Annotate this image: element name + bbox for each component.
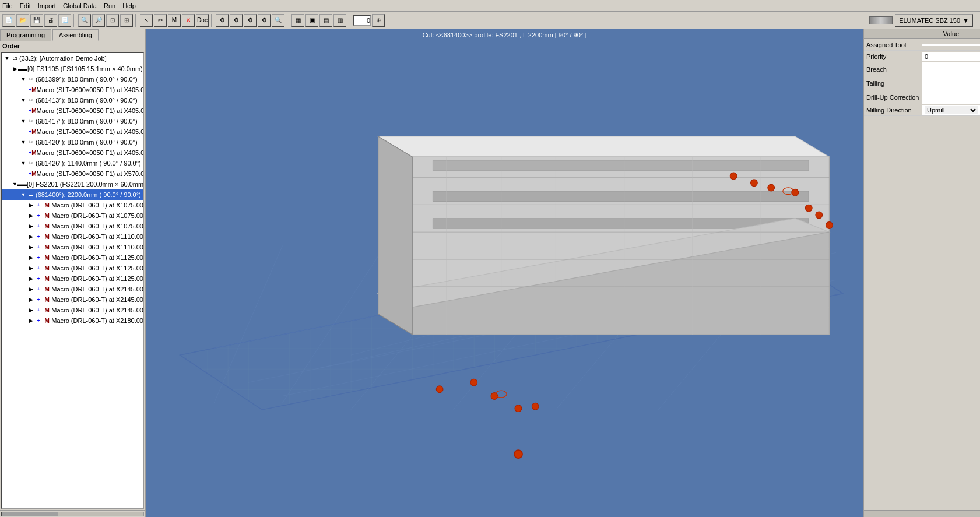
prop-val-assigned-tool: [922, 44, 980, 46]
3d-view[interactable]: Cut: <<681400>> profile: FS2201 , L 2200…: [146, 29, 863, 517]
print-button[interactable]: 🖨: [44, 14, 57, 27]
tree-item-fs2201[interactable]: ▼ ▬▬ [0] FS2201 (FS2201 200.0mm × 60.0mm…: [2, 179, 143, 189]
toggle-681400[interactable]: ▼: [20, 192, 26, 198]
hscroll-thumb[interactable]: [2, 512, 58, 516]
toggle-drl9[interactable]: ▶: [29, 286, 34, 292]
tree-item-drl10[interactable]: ▶ + M Macro (DRL-060-T) at X2145.00: [2, 294, 143, 305]
view1-button[interactable]: ▦: [291, 14, 304, 27]
new-button[interactable]: 📄: [2, 14, 15, 27]
tree-item-681420[interactable]: ▼ ✂ (681420°): 810.0mm ( 90.0° / 90.0°): [2, 137, 143, 147]
tool2-button[interactable]: ⚙: [230, 14, 243, 27]
toggle-drl8[interactable]: ▶: [29, 276, 34, 282]
tree-label-drl9: Macro (DRL-060-T) at X2145.00: [51, 286, 143, 293]
doc-button[interactable]: Doc: [196, 14, 209, 27]
tree-item-drl2[interactable]: ▶ + M Macro (DRL-060-T) at X1075.00: [2, 210, 143, 221]
toggle-681399[interactable]: ▼: [20, 76, 26, 82]
tree-item-681400[interactable]: ▼ ▬ (681400°): 2200.0mm ( 90.0° / 90.0°): [2, 189, 143, 200]
tree-item-drl12[interactable]: ▶ + M Macro (DRL-060-T) at X2180.00: [2, 315, 143, 326]
menu-edit[interactable]: Edit: [20, 2, 31, 9]
tree-item-drl4[interactable]: ▶ + M Macro (DRL-060-T) at X1110.00: [2, 231, 143, 242]
toggle-root[interactable]: ▼: [4, 55, 10, 61]
tree-item-drl3[interactable]: ▶ + M Macro (DRL-060-T) at X1075.00: [2, 221, 143, 231]
open-button[interactable]: 📂: [16, 14, 29, 27]
view2-button[interactable]: ▣: [305, 14, 318, 27]
tab-programming[interactable]: Programming: [0, 29, 51, 41]
menu-globaldata[interactable]: Global Data: [63, 2, 97, 9]
toggle-drl11[interactable]: ▶: [29, 307, 34, 313]
tree-item-681417[interactable]: ▼ ✂ (681417°): 810.0mm ( 90.0° / 90.0°): [2, 116, 143, 126]
toggle-drl1[interactable]: ▶: [29, 202, 34, 208]
menu-run[interactable]: Run: [104, 2, 115, 9]
print2-button[interactable]: 📃: [58, 14, 71, 27]
menu-file[interactable]: File: [2, 2, 13, 9]
tool1-button[interactable]: ⚙: [216, 14, 229, 27]
toggle-drl2[interactable]: ▶: [29, 213, 34, 219]
toggle-fs2201[interactable]: ▼: [12, 181, 17, 187]
tree-item-fs1105[interactable]: ▶ ▬▬ [0] FS1105 (FS1105 15.1mm × 40.0mm): [2, 64, 143, 74]
tree-item-drl11[interactable]: ▶ + M Macro (DRL-060-T) at X2145.00: [2, 305, 143, 315]
tree-item-681426[interactable]: ▼ ✂ (681426°): 1140.0mm ( 90.0° / 90.0°): [2, 158, 143, 168]
plus-icon-drl3: +: [34, 221, 43, 231]
tool4-button[interactable]: ⚙: [258, 14, 271, 27]
view4-button[interactable]: ▥: [333, 14, 346, 27]
cursor-button[interactable]: ↖: [140, 14, 153, 27]
menu-help[interactable]: Help: [122, 2, 136, 9]
tree-item-m681413[interactable]: + M Macro (SLT-0600×0050 F1) at X405.00: [2, 105, 143, 116]
toggle-drl3[interactable]: ▶: [29, 223, 34, 229]
prop-val-breach: [922, 62, 980, 76]
tree-item-drl6[interactable]: ▶ + M Macro (DRL-060-T) at X1125.00: [2, 252, 143, 263]
add-macro-button[interactable]: M: [168, 14, 181, 27]
tailing-checkbox[interactable]: [926, 79, 933, 86]
right-panel-scrollbar[interactable]: [864, 510, 980, 517]
delete-button[interactable]: ✕: [182, 14, 195, 27]
tree-label-m681399: Macro (SLT-0600×0050 F1) at X405.00: [37, 86, 144, 93]
tree-item-drl5[interactable]: ▶ + M Macro (DRL-060-T) at X1110.00: [2, 242, 143, 252]
toggle-fs1105[interactable]: ▶: [12, 66, 18, 72]
counter-input[interactable]: [353, 15, 371, 26]
zoom-mag-button[interactable]: ⊕: [372, 14, 385, 27]
zoom-window-button[interactable]: ⊞: [120, 14, 133, 27]
save-button[interactable]: 💾: [30, 14, 43, 27]
zoom-out-button[interactable]: 🔎: [92, 14, 105, 27]
tree-area[interactable]: ▼ 🗂 (33.2): [Automation Demo Job] ▶ ▬▬ […: [1, 52, 144, 509]
tree-item-drl1[interactable]: ▶ + M Macro (DRL-060-T) at X1075.00: [2, 200, 143, 210]
menu-import[interactable]: Import: [38, 2, 56, 9]
tree-item-root[interactable]: ▼ 🗂 (33.2): [Automation Demo Job]: [2, 53, 143, 64]
toggle-681426[interactable]: ▼: [20, 160, 26, 166]
toggle-681417[interactable]: ▼: [20, 118, 26, 124]
tree-item-drl7[interactable]: ▶ + M Macro (DRL-060-T) at X1125.00: [2, 263, 143, 273]
tree-item-681413[interactable]: ▼ ✂ (681413°): 810.0mm ( 90.0° / 90.0°): [2, 95, 143, 105]
machine-selector[interactable]: ELUMATEC SBZ 150 ▼: [895, 14, 973, 27]
toggle-drl6[interactable]: ▶: [29, 255, 34, 261]
milling-direction-select[interactable]: Upmill Downmill: [925, 106, 978, 114]
machine-dropdown-icon[interactable]: ▼: [963, 17, 969, 24]
tab-assembling[interactable]: Assembling: [52, 29, 99, 41]
zoom-fit-button[interactable]: ⊡: [106, 14, 119, 27]
drillup-checkbox[interactable]: [926, 93, 933, 100]
view3-button[interactable]: ▤: [319, 14, 332, 27]
tree-scrollbar[interactable]: [0, 510, 145, 517]
add-cut-button[interactable]: ✂: [154, 14, 167, 27]
toggle-drl5[interactable]: ▶: [29, 244, 34, 250]
tree-item-drl9[interactable]: ▶ + M Macro (DRL-060-T) at X2145.00: [2, 284, 143, 294]
hscroll-track[interactable]: [1, 512, 144, 516]
tool3-button[interactable]: ⚙: [244, 14, 257, 27]
tree-item-m681399[interactable]: + M Macro (SLT-0600×0050 F1) at X405.00: [2, 85, 143, 95]
zoom-in-button[interactable]: 🔍: [78, 14, 91, 27]
tree-item-drl8[interactable]: ▶ + M Macro (DRL-060-T) at X1125.00: [2, 273, 143, 284]
toggle-681420[interactable]: ▼: [20, 139, 26, 145]
prop-val-priority[interactable]: 0: [922, 52, 980, 61]
tree-item-m681426[interactable]: + M Macro (SLT-0600×0050 F1) at X570.00: [2, 168, 143, 179]
menubar: File Edit Import Global Data Run Help: [0, 0, 980, 12]
tree-item-m681420[interactable]: + M Macro (SLT-0600×0050 F1) at X405.00: [2, 147, 143, 158]
tree-label-681399: (681399°): 810.0mm ( 90.0° / 90.0°): [36, 76, 138, 83]
toggle-681413[interactable]: ▼: [20, 97, 26, 103]
breach-checkbox[interactable]: [926, 65, 933, 72]
tree-item-m681417[interactable]: + M Macro (SLT-0600×0050 F1) at X405.00: [2, 126, 143, 137]
search-button[interactable]: 🔍: [272, 14, 284, 27]
tree-item-681399[interactable]: ▼ ✂ (681399°): 810.0mm ( 90.0° / 90.0°): [2, 74, 143, 85]
toggle-drl10[interactable]: ▶: [29, 297, 34, 303]
toggle-drl7[interactable]: ▶: [29, 265, 34, 271]
toggle-drl4[interactable]: ▶: [29, 234, 34, 240]
toggle-drl12[interactable]: ▶: [29, 318, 34, 323]
